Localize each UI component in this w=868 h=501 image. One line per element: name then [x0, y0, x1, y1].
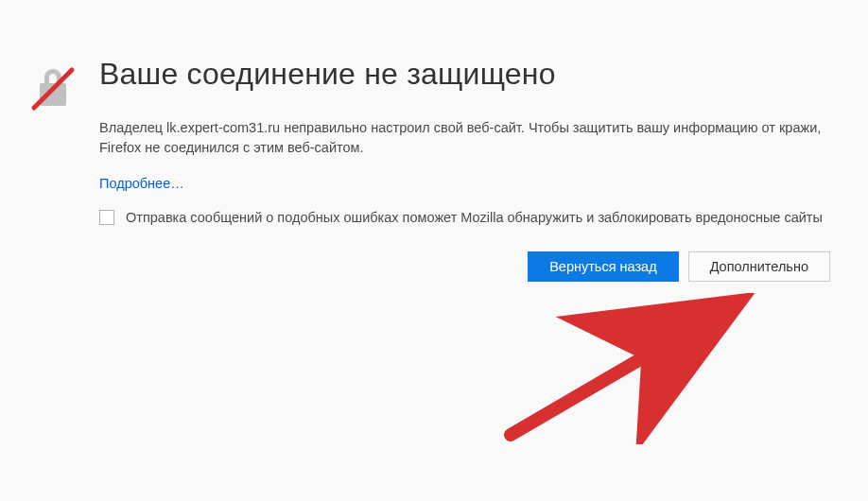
error-description: Владелец lk.expert-com31.ru неправильно … [99, 118, 830, 158]
advanced-button[interactable]: Дополнительно [688, 251, 830, 282]
go-back-button[interactable]: Вернуться назад [528, 251, 678, 282]
report-errors-checkbox[interactable] [99, 210, 114, 225]
report-errors-row: Отправка сообщений о подобных ошибках по… [99, 208, 830, 227]
learn-more-link[interactable]: Подробнее… [99, 176, 184, 191]
insecure-lock-icon [28, 64, 99, 117]
report-errors-label: Отправка сообщений о подобных ошибках по… [126, 208, 823, 227]
svg-line-2 [511, 305, 733, 435]
page-title: Ваше соединение не защищено [99, 57, 830, 92]
